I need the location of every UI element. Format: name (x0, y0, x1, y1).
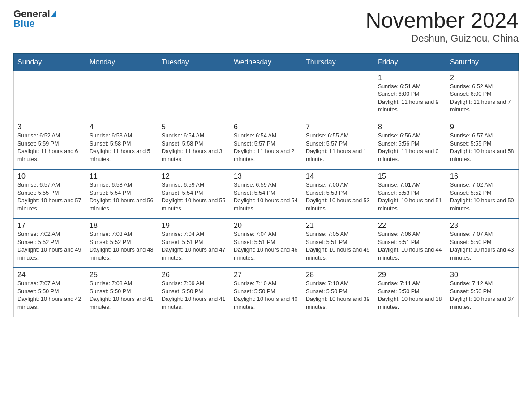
day-info: Sunrise: 6:59 AMSunset: 5:54 PMDaylight:… (234, 181, 298, 213)
logo-triangle-icon (51, 11, 56, 17)
calendar-cell (14, 71, 86, 120)
day-number: 27 (234, 271, 298, 279)
calendar-cell: 3Sunrise: 6:52 AMSunset: 5:59 PMDaylight… (14, 120, 86, 169)
day-info: Sunrise: 6:52 AMSunset: 5:59 PMDaylight:… (17, 132, 82, 163)
calendar-cell: 25Sunrise: 7:08 AMSunset: 5:50 PMDayligh… (86, 268, 158, 317)
day-number: 29 (378, 271, 442, 279)
day-number: 6 (234, 123, 298, 131)
day-info: Sunrise: 7:10 AMSunset: 5:50 PMDaylight:… (306, 280, 370, 311)
calendar-cell: 24Sunrise: 7:07 AMSunset: 5:50 PMDayligh… (14, 268, 86, 317)
day-number: 17 (17, 222, 82, 230)
day-number: 11 (90, 172, 154, 180)
header-thursday: Thursday (302, 53, 374, 71)
location-subtitle: Deshun, Guizhou, China (365, 33, 519, 44)
logo-blue-text: Blue (13, 19, 35, 29)
day-info: Sunrise: 7:10 AMSunset: 5:50 PMDaylight:… (234, 280, 298, 311)
day-info: Sunrise: 6:59 AMSunset: 5:54 PMDaylight:… (162, 181, 226, 213)
calendar-cell: 18Sunrise: 7:03 AMSunset: 5:52 PMDayligh… (86, 218, 158, 268)
calendar-week-row: 24Sunrise: 7:07 AMSunset: 5:50 PMDayligh… (14, 268, 519, 317)
calendar-cell: 27Sunrise: 7:10 AMSunset: 5:50 PMDayligh… (230, 268, 302, 317)
calendar-cell: 19Sunrise: 7:04 AMSunset: 5:51 PMDayligh… (158, 218, 230, 268)
day-info: Sunrise: 7:04 AMSunset: 5:51 PMDaylight:… (234, 231, 298, 262)
calendar-cell: 1Sunrise: 6:51 AMSunset: 6:00 PMDaylight… (374, 71, 446, 120)
day-info: Sunrise: 6:57 AMSunset: 5:55 PMDaylight:… (17, 181, 82, 213)
day-info: Sunrise: 7:07 AMSunset: 5:50 PMDaylight:… (17, 280, 82, 311)
day-number: 12 (162, 172, 226, 180)
calendar-cell: 17Sunrise: 7:02 AMSunset: 5:52 PMDayligh… (14, 218, 86, 268)
day-info: Sunrise: 6:51 AMSunset: 6:00 PMDaylight:… (378, 83, 442, 114)
day-info: Sunrise: 6:52 AMSunset: 6:00 PMDaylight:… (450, 83, 515, 114)
calendar-cell (86, 71, 158, 120)
calendar-cell: 23Sunrise: 7:07 AMSunset: 5:50 PMDayligh… (446, 218, 519, 268)
day-number: 15 (378, 172, 442, 180)
day-number: 14 (306, 172, 370, 180)
day-info: Sunrise: 7:05 AMSunset: 5:51 PMDaylight:… (306, 231, 370, 262)
calendar-cell: 9Sunrise: 6:57 AMSunset: 5:55 PMDaylight… (446, 120, 519, 169)
header-sunday: Sunday (14, 53, 86, 71)
calendar-cell: 5Sunrise: 6:54 AMSunset: 5:58 PMDaylight… (158, 120, 230, 169)
calendar-cell: 16Sunrise: 7:02 AMSunset: 5:52 PMDayligh… (446, 169, 519, 218)
calendar-cell: 29Sunrise: 7:11 AMSunset: 5:50 PMDayligh… (374, 268, 446, 317)
day-number: 20 (234, 222, 298, 230)
day-number: 28 (306, 271, 370, 279)
calendar-cell: 8Sunrise: 6:56 AMSunset: 5:56 PMDaylight… (374, 120, 446, 169)
day-number: 10 (17, 172, 82, 180)
day-number: 2 (450, 74, 515, 82)
header-monday: Monday (86, 53, 158, 71)
calendar-cell: 7Sunrise: 6:55 AMSunset: 5:57 PMDaylight… (302, 120, 374, 169)
month-title: November 2024 (365, 9, 519, 33)
day-info: Sunrise: 7:00 AMSunset: 5:53 PMDaylight:… (306, 181, 370, 213)
calendar-cell: 12Sunrise: 6:59 AMSunset: 5:54 PMDayligh… (158, 169, 230, 218)
day-info: Sunrise: 6:54 AMSunset: 5:57 PMDaylight:… (234, 132, 298, 163)
calendar-cell: 21Sunrise: 7:05 AMSunset: 5:51 PMDayligh… (302, 218, 374, 268)
day-info: Sunrise: 6:58 AMSunset: 5:54 PMDaylight:… (90, 181, 154, 213)
day-number: 7 (306, 123, 370, 131)
logo: General Blue (13, 9, 56, 29)
calendar-week-row: 17Sunrise: 7:02 AMSunset: 5:52 PMDayligh… (14, 218, 519, 268)
day-info: Sunrise: 7:01 AMSunset: 5:53 PMDaylight:… (378, 181, 442, 213)
day-info: Sunrise: 7:12 AMSunset: 5:50 PMDaylight:… (450, 280, 515, 311)
day-number: 16 (450, 172, 515, 180)
calendar-cell: 10Sunrise: 6:57 AMSunset: 5:55 PMDayligh… (14, 169, 86, 218)
day-info: Sunrise: 6:54 AMSunset: 5:58 PMDaylight:… (162, 132, 226, 163)
calendar-cell: 28Sunrise: 7:10 AMSunset: 5:50 PMDayligh… (302, 268, 374, 317)
title-area: November 2024 Deshun, Guizhou, China (365, 9, 519, 44)
calendar-cell: 15Sunrise: 7:01 AMSunset: 5:53 PMDayligh… (374, 169, 446, 218)
day-number: 22 (378, 222, 442, 230)
day-number: 1 (378, 74, 442, 82)
day-info: Sunrise: 7:07 AMSunset: 5:50 PMDaylight:… (450, 231, 515, 262)
day-info: Sunrise: 7:11 AMSunset: 5:50 PMDaylight:… (378, 280, 442, 311)
header-wednesday: Wednesday (230, 53, 302, 71)
logo-general-text: General (13, 9, 50, 19)
calendar-cell: 11Sunrise: 6:58 AMSunset: 5:54 PMDayligh… (86, 169, 158, 218)
day-number: 25 (90, 271, 154, 279)
calendar-cell: 4Sunrise: 6:53 AMSunset: 5:58 PMDaylight… (86, 120, 158, 169)
day-info: Sunrise: 6:57 AMSunset: 5:55 PMDaylight:… (450, 132, 515, 163)
header-tuesday: Tuesday (158, 53, 230, 71)
day-number: 21 (306, 222, 370, 230)
day-number: 23 (450, 222, 515, 230)
day-info: Sunrise: 7:08 AMSunset: 5:50 PMDaylight:… (90, 280, 154, 311)
calendar-cell: 14Sunrise: 7:00 AMSunset: 5:53 PMDayligh… (302, 169, 374, 218)
calendar-cell: 22Sunrise: 7:06 AMSunset: 5:51 PMDayligh… (374, 218, 446, 268)
page-header: General Blue November 2024 Deshun, Guizh… (13, 9, 519, 44)
day-number: 13 (234, 172, 298, 180)
calendar-cell: 2Sunrise: 6:52 AMSunset: 6:00 PMDaylight… (446, 71, 519, 120)
day-info: Sunrise: 7:02 AMSunset: 5:52 PMDaylight:… (450, 181, 515, 213)
day-number: 4 (90, 123, 154, 131)
calendar-table: SundayMondayTuesdayWednesdayThursdayFrid… (13, 53, 519, 317)
day-info: Sunrise: 7:03 AMSunset: 5:52 PMDaylight:… (90, 231, 154, 262)
calendar-week-row: 10Sunrise: 6:57 AMSunset: 5:55 PMDayligh… (14, 169, 519, 218)
calendar-week-row: 1Sunrise: 6:51 AMSunset: 6:00 PMDaylight… (14, 71, 519, 120)
day-number: 18 (90, 222, 154, 230)
day-info: Sunrise: 7:09 AMSunset: 5:50 PMDaylight:… (162, 280, 226, 311)
calendar-cell: 6Sunrise: 6:54 AMSunset: 5:57 PMDaylight… (230, 120, 302, 169)
calendar-cell: 30Sunrise: 7:12 AMSunset: 5:50 PMDayligh… (446, 268, 519, 317)
day-info: Sunrise: 6:53 AMSunset: 5:58 PMDaylight:… (90, 132, 154, 163)
day-number: 5 (162, 123, 226, 131)
header-saturday: Saturday (446, 53, 519, 71)
calendar-cell: 20Sunrise: 7:04 AMSunset: 5:51 PMDayligh… (230, 218, 302, 268)
header-friday: Friday (374, 53, 446, 71)
day-number: 9 (450, 123, 515, 131)
day-info: Sunrise: 6:56 AMSunset: 5:56 PMDaylight:… (378, 132, 442, 163)
